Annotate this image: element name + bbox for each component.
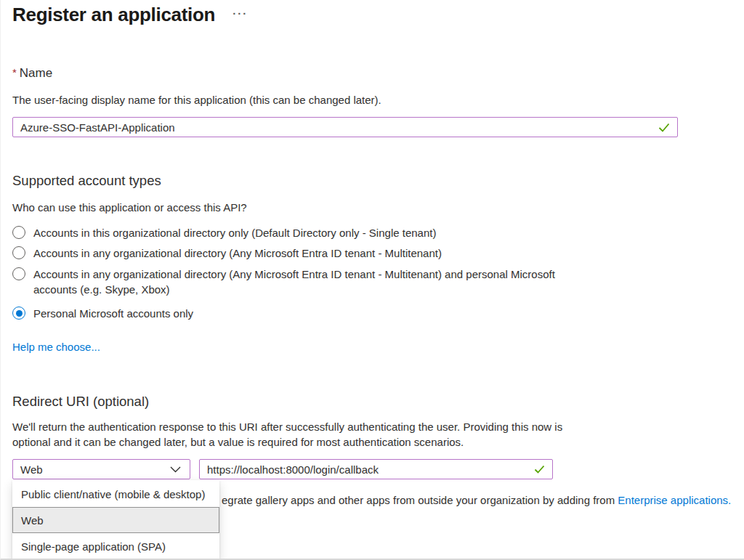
help-me-choose-link[interactable]: Help me choose... <box>12 341 100 353</box>
menu-option-spa[interactable]: Single-page application (SPA) <box>12 533 219 559</box>
redirect-uri-field <box>199 459 553 479</box>
radio-label: Accounts in this organizational director… <box>33 225 436 240</box>
radio-label: Accounts in any organizational directory… <box>33 267 562 297</box>
name-label-text: Name <box>20 66 52 80</box>
account-types-question: Who can use this application or access t… <box>12 201 247 214</box>
radio-option-personal-only[interactable]: Personal Microsoft accounts only <box>12 306 193 321</box>
platform-dropdown-menu: Public client/native (mobile & desktop) … <box>12 480 219 560</box>
valid-check-icon <box>658 123 670 132</box>
radio-option-multitenant[interactable]: Accounts in any organizational directory… <box>12 245 442 261</box>
name-description: The user-facing display name for this ap… <box>12 94 381 106</box>
radio-label: Accounts in any organizational directory… <box>33 245 442 261</box>
radio-button <box>12 267 25 280</box>
redirect-uri-description: We'll return the authentication response… <box>12 419 575 450</box>
radio-button <box>12 246 25 259</box>
radio-dot <box>16 310 23 317</box>
gallery-apps-fragment: egrate gallery apps and other apps from … <box>222 494 618 506</box>
enterprise-applications-link[interactable]: Enterprise applications <box>618 494 728 506</box>
page-header: Register an application ··· <box>12 4 248 26</box>
register-application-page: Register an application ··· *Name The us… <box>0 0 744 560</box>
name-label: *Name <box>12 66 52 81</box>
menu-option-web[interactable]: Web <box>12 507 219 533</box>
platform-select-dropdown[interactable]: Web <box>12 459 190 479</box>
page-title: Register an application <box>12 4 215 26</box>
required-asterisk: * <box>12 66 17 78</box>
radio-option-single-tenant[interactable]: Accounts in this organizational director… <box>12 225 436 240</box>
app-name-field <box>12 117 678 137</box>
radio-button <box>12 226 25 239</box>
valid-check-icon <box>534 465 545 474</box>
radio-option-multitenant-personal[interactable]: Accounts in any organizational directory… <box>12 267 562 297</box>
more-options-icon[interactable]: ··· <box>232 8 248 19</box>
enterprise-applications-link-period: . <box>728 494 731 506</box>
supported-account-types-heading: Supported account types <box>12 173 161 189</box>
chevron-down-icon <box>170 466 181 473</box>
radio-label: Personal Microsoft accounts only <box>33 306 193 321</box>
gallery-apps-text: egrate gallery apps and other apps from … <box>222 494 731 506</box>
app-name-input[interactable] <box>13 121 658 134</box>
redirect-uri-input[interactable] <box>200 463 534 476</box>
platform-select-value: Web <box>20 463 170 476</box>
redirect-uri-heading: Redirect URI (optional) <box>12 394 149 410</box>
menu-option-public-client[interactable]: Public client/native (mobile & desktop) <box>12 481 219 507</box>
radio-button-selected <box>12 307 25 320</box>
